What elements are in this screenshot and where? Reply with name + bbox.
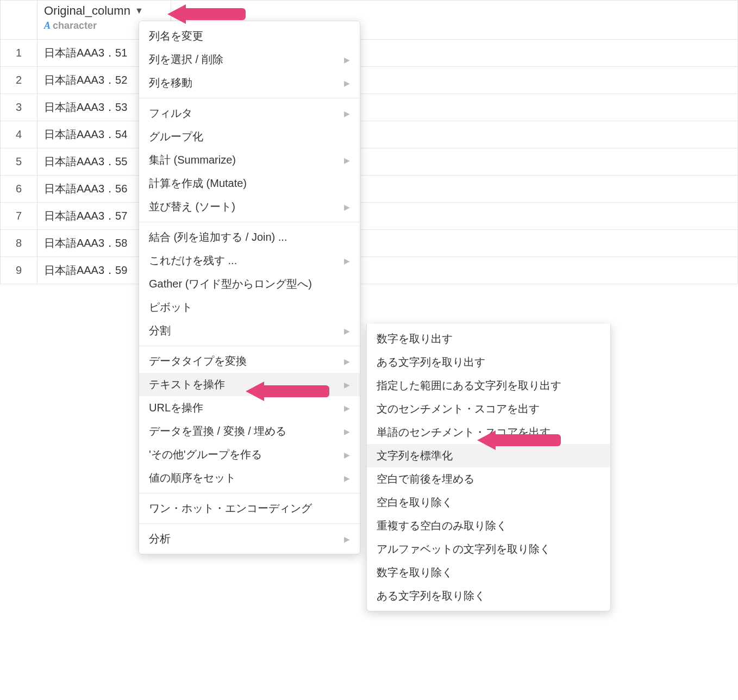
menu-item-label: URLを操作 [149, 401, 203, 415]
submenu-item-label: アルファベットの文字列を取り除く [377, 542, 551, 557]
annotation-arrow-2 [246, 382, 329, 401]
menu-item[interactable]: 'その他'グループを作る▶ [139, 443, 360, 466]
annotation-arrow-3 [477, 430, 561, 450]
menu-item-label: 集計 (Summarize) [149, 153, 236, 167]
menu-separator [139, 222, 360, 222]
row-number: 2 [1, 67, 37, 94]
menu-item-label: 列を移動 [149, 76, 192, 90]
submenu-item-label: 重複する空白のみ取り除く [377, 518, 507, 533]
submenu-item[interactable]: 空白で前後を埋める [367, 467, 610, 491]
menu-item[interactable]: 計算を作成 (Mutate) [139, 172, 360, 195]
menu-item-label: データタイプを変換 [149, 354, 247, 368]
menu-item[interactable]: 集計 (Summarize)▶ [139, 148, 360, 172]
menu-item-label: グループ化 [149, 129, 203, 144]
submenu-item[interactable]: 数字を取り除く [367, 561, 610, 584]
menu-separator [139, 493, 360, 493]
row-number: 3 [1, 94, 37, 121]
submenu-arrow-icon: ▶ [344, 55, 350, 64]
submenu-item[interactable]: 数字を取り出す [367, 327, 610, 351]
submenu-item[interactable]: ある文字列を取り出す [367, 351, 610, 374]
table-row[interactable]: 8日本語AAA3．58 [1, 230, 738, 257]
submenu-item-label: 数字を取り除く [377, 565, 453, 580]
submenu-arrow-icon: ▶ [344, 380, 350, 389]
submenu-item-label: ある文字列を取り除く [377, 589, 485, 603]
menu-separator [139, 346, 360, 346]
menu-item[interactable]: 結合 (列を追加する / Join) ... [139, 226, 360, 249]
menu-item-label: テキストを操作 [149, 377, 225, 392]
submenu-item-label: 数字を取り出す [377, 332, 453, 346]
submenu-arrow-icon: ▶ [344, 79, 350, 88]
row-number: 5 [1, 148, 37, 176]
menu-item-label: 計算を作成 (Mutate) [149, 176, 247, 191]
menu-separator [139, 523, 360, 524]
table-row[interactable]: 4日本語AAA3．54 [1, 121, 738, 148]
submenu-item-label: 空白で前後を埋める [377, 472, 474, 486]
menu-item[interactable]: Gather (ワイド型からロング型へ) [139, 272, 360, 296]
menu-separator [139, 98, 360, 98]
menu-item[interactable]: ピボット [139, 296, 360, 319]
row-number: 6 [1, 176, 37, 203]
menu-item-label: ワン・ホット・エンコーディング [149, 501, 312, 516]
menu-item-label: 分析 [149, 532, 171, 546]
menu-item-label: データを置換 / 変換 / 埋める [149, 424, 286, 439]
submenu-arrow-icon: ▶ [344, 357, 350, 366]
row-number: 9 [1, 257, 37, 284]
row-number: 4 [1, 121, 37, 148]
submenu-arrow-icon: ▶ [344, 451, 350, 459]
chevron-down-icon[interactable]: ▼ [135, 6, 143, 16]
menu-item[interactable]: データタイプを変換▶ [139, 349, 360, 373]
table-row[interactable]: 3日本語AAA3．53 [1, 94, 738, 121]
row-number: 1 [1, 40, 37, 67]
submenu-arrow-icon: ▶ [344, 156, 350, 165]
annotation-arrow-1 [167, 4, 246, 24]
menu-item[interactable]: 列名を変更 [139, 24, 360, 48]
column-name: Original_column [44, 4, 130, 18]
table-row[interactable]: 6日本語AAA3．56 [1, 176, 738, 203]
table-row[interactable]: 9日本語AAA3．59 [1, 257, 738, 284]
submenu-item-label: 文のセンチメント・スコアを出す [377, 402, 540, 416]
table-row[interactable]: 7日本語AAA3．57 [1, 203, 738, 230]
menu-item[interactable]: 列を移動▶ [139, 71, 360, 95]
menu-item-label: フィルタ [149, 106, 192, 121]
submenu-item[interactable]: ある文字列を取り除く [367, 584, 610, 608]
menu-item[interactable]: 値の順序をセット▶ [139, 466, 360, 490]
table-row[interactable]: 2日本語AAA3．52 [1, 67, 738, 94]
menu-item[interactable]: 分割▶ [139, 319, 360, 342]
submenu-arrow-icon: ▶ [344, 404, 350, 412]
column-type: character [53, 20, 97, 32]
submenu-item[interactable]: アルファベットの文字列を取り除く [367, 538, 610, 561]
row-number: 8 [1, 230, 37, 257]
menu-item[interactable]: 列を選択 / 削除▶ [139, 48, 360, 71]
submenu-arrow-icon: ▶ [344, 203, 350, 211]
submenu-item[interactable]: 文のセンチメント・スコアを出す [367, 397, 610, 421]
submenu-arrow-icon: ▶ [344, 535, 350, 543]
menu-item[interactable]: ワン・ホット・エンコーディング [139, 497, 360, 520]
menu-item[interactable]: グループ化 [139, 125, 360, 148]
menu-item-label: 列名を変更 [149, 29, 203, 43]
menu-item[interactable]: 分析▶ [139, 527, 360, 551]
menu-item[interactable]: データを置換 / 変換 / 埋める▶ [139, 420, 360, 443]
menu-item[interactable]: これだけを残す ...▶ [139, 249, 360, 272]
menu-item-label: 並び替え (ソート) [149, 199, 235, 214]
menu-item[interactable]: フィルタ▶ [139, 102, 360, 125]
submenu-item-label: 指定した範囲にある文字列を取り出す [377, 378, 561, 393]
table-row[interactable]: 1日本語AAA3．51 [1, 40, 738, 67]
table-row[interactable]: 5日本語AAA3．55 [1, 148, 738, 176]
menu-item-label: 結合 (列を追加する / Join) ... [149, 230, 287, 245]
menu-item-label: これだけを残す ... [149, 253, 237, 268]
type-icon: A [44, 20, 51, 32]
row-number-header [1, 1, 37, 40]
submenu-arrow-icon: ▶ [344, 327, 350, 335]
menu-item-label: ピボット [149, 300, 192, 315]
submenu-item-label: ある文字列を取り出す [377, 355, 485, 370]
submenu-arrow-icon: ▶ [344, 427, 350, 436]
submenu-item[interactable]: 指定した範囲にある文字列を取り出す [367, 374, 610, 397]
submenu-item[interactable]: 空白を取り除く [367, 491, 610, 514]
menu-item[interactable]: 並び替え (ソート)▶ [139, 195, 360, 218]
menu-item-label: 分割 [149, 323, 171, 338]
menu-item-label: 'その他'グループを作る [149, 447, 262, 462]
submenu-item[interactable]: 重複する空白のみ取り除く [367, 514, 610, 538]
data-table: Original_column ▼ A character 1日本語AAA3．5… [0, 0, 738, 284]
submenu-arrow-icon: ▶ [344, 257, 350, 265]
menu-item-label: Gather (ワイド型からロング型へ) [149, 277, 312, 291]
